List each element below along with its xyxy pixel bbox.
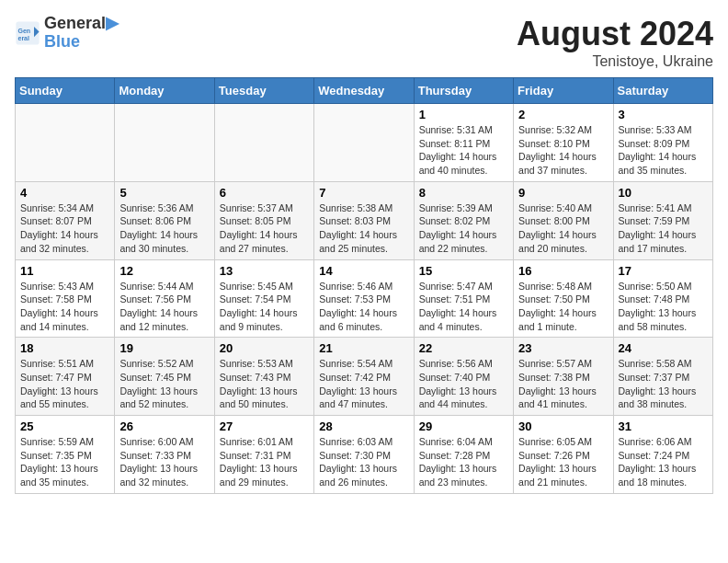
day-info: Sunrise: 5:34 AM Sunset: 8:07 PM Dayligh…: [20, 201, 109, 256]
day-info: Sunrise: 6:01 AM Sunset: 7:31 PM Dayligh…: [220, 435, 309, 489]
day-info: Sunrise: 5:57 AM Sunset: 7:38 PM Dayligh…: [518, 357, 608, 411]
day-number: 30: [518, 419, 608, 433]
day-number: 5: [119, 186, 209, 200]
day-cell: 15Sunrise: 5:47 AM Sunset: 7:51 PM Dayli…: [414, 259, 513, 338]
day-info: Sunrise: 5:46 AM Sunset: 7:53 PM Dayligh…: [319, 280, 408, 334]
day-cell: [16, 104, 115, 182]
day-number: 11: [20, 264, 109, 278]
day-cell: 25Sunrise: 5:59 AM Sunset: 7:35 PM Dayli…: [16, 416, 115, 494]
day-info: Sunrise: 6:05 AM Sunset: 7:26 PM Dayligh…: [518, 435, 608, 489]
week-row-3: 11Sunrise: 5:43 AM Sunset: 7:58 PM Dayli…: [16, 259, 713, 338]
header-tuesday: Tuesday: [214, 78, 313, 104]
day-cell: 9Sunrise: 5:40 AM Sunset: 8:00 PM Daylig…: [514, 181, 613, 259]
header-friday: Friday: [514, 78, 613, 104]
day-info: Sunrise: 5:39 AM Sunset: 8:02 PM Dayligh…: [419, 201, 508, 256]
day-cell: 28Sunrise: 6:03 AM Sunset: 7:30 PM Dayli…: [314, 416, 414, 494]
day-cell: 10Sunrise: 5:41 AM Sunset: 7:59 PM Dayli…: [613, 181, 712, 259]
day-info: Sunrise: 6:06 AM Sunset: 7:24 PM Dayligh…: [619, 435, 708, 489]
day-info: Sunrise: 5:47 AM Sunset: 7:51 PM Dayligh…: [419, 280, 508, 334]
day-number: 6: [220, 186, 309, 200]
day-info: Sunrise: 5:36 AM Sunset: 8:06 PM Dayligh…: [119, 201, 209, 256]
day-number: 16: [518, 264, 608, 278]
day-info: Sunrise: 5:51 AM Sunset: 7:47 PM Dayligh…: [20, 357, 109, 411]
day-info: Sunrise: 5:41 AM Sunset: 7:59 PM Dayligh…: [619, 201, 708, 256]
day-info: Sunrise: 5:45 AM Sunset: 7:54 PM Dayligh…: [220, 280, 309, 334]
header-saturday: Saturday: [613, 78, 712, 104]
week-row-4: 18Sunrise: 5:51 AM Sunset: 7:47 PM Dayli…: [16, 338, 713, 416]
day-number: 14: [319, 264, 408, 278]
day-info: Sunrise: 5:48 AM Sunset: 7:50 PM Dayligh…: [518, 280, 608, 334]
day-number: 23: [518, 341, 608, 355]
day-cell: 6Sunrise: 5:37 AM Sunset: 8:05 PM Daylig…: [214, 181, 313, 259]
day-number: 22: [419, 341, 508, 355]
svg-text:Gen: Gen: [18, 28, 31, 34]
day-number: 9: [518, 186, 608, 200]
day-cell: 29Sunrise: 6:04 AM Sunset: 7:28 PM Dayli…: [414, 416, 513, 494]
day-cell: 3Sunrise: 5:33 AM Sunset: 8:09 PM Daylig…: [613, 104, 712, 182]
day-cell: 4Sunrise: 5:34 AM Sunset: 8:07 PM Daylig…: [16, 181, 115, 259]
day-cell: 1Sunrise: 5:31 AM Sunset: 8:11 PM Daylig…: [414, 104, 513, 182]
day-cell: 8Sunrise: 5:39 AM Sunset: 8:02 PM Daylig…: [414, 181, 513, 259]
day-number: 31: [619, 419, 708, 433]
week-row-2: 4Sunrise: 5:34 AM Sunset: 8:07 PM Daylig…: [16, 181, 713, 259]
day-number: 1: [419, 108, 508, 121]
day-number: 4: [20, 186, 109, 200]
calendar-subtitle: Tenistoye, Ukraine: [517, 53, 713, 70]
day-number: 17: [619, 264, 708, 278]
day-cell: 13Sunrise: 5:45 AM Sunset: 7:54 PM Dayli…: [214, 259, 313, 338]
day-number: 2: [518, 108, 608, 121]
day-info: Sunrise: 5:31 AM Sunset: 8:11 PM Dayligh…: [419, 123, 508, 178]
day-info: Sunrise: 5:54 AM Sunset: 7:42 PM Dayligh…: [319, 357, 408, 411]
day-info: Sunrise: 5:38 AM Sunset: 8:03 PM Dayligh…: [319, 201, 408, 256]
day-cell: 20Sunrise: 5:53 AM Sunset: 7:43 PM Dayli…: [214, 338, 313, 416]
day-number: 13: [220, 264, 309, 278]
day-info: Sunrise: 5:59 AM Sunset: 7:35 PM Dayligh…: [20, 435, 109, 489]
day-cell: 24Sunrise: 5:58 AM Sunset: 7:37 PM Dayli…: [613, 338, 712, 416]
day-cell: 26Sunrise: 6:00 AM Sunset: 7:33 PM Dayli…: [115, 416, 214, 494]
day-number: 8: [419, 186, 508, 200]
day-cell: [214, 104, 313, 182]
day-number: 21: [319, 341, 408, 355]
day-number: 7: [319, 186, 408, 200]
day-info: Sunrise: 5:37 AM Sunset: 8:05 PM Dayligh…: [220, 201, 309, 256]
day-info: Sunrise: 6:04 AM Sunset: 7:28 PM Dayligh…: [419, 435, 508, 489]
calendar-title: August 2024: [517, 15, 713, 53]
day-info: Sunrise: 5:43 AM Sunset: 7:58 PM Dayligh…: [20, 280, 109, 334]
day-cell: 31Sunrise: 6:06 AM Sunset: 7:24 PM Dayli…: [613, 416, 712, 494]
day-cell: [314, 104, 414, 182]
day-info: Sunrise: 5:40 AM Sunset: 8:00 PM Dayligh…: [518, 201, 608, 256]
day-number: 28: [319, 419, 408, 433]
day-number: 25: [20, 419, 109, 433]
day-number: 20: [220, 341, 309, 355]
header-wednesday: Wednesday: [314, 78, 414, 104]
day-number: 24: [619, 341, 708, 355]
day-number: 19: [119, 341, 209, 355]
week-row-5: 25Sunrise: 5:59 AM Sunset: 7:35 PM Dayli…: [16, 416, 713, 494]
day-info: Sunrise: 5:50 AM Sunset: 7:48 PM Dayligh…: [619, 280, 708, 334]
header-monday: Monday: [115, 78, 214, 104]
day-info: Sunrise: 6:00 AM Sunset: 7:33 PM Dayligh…: [119, 435, 209, 489]
header-thursday: Thursday: [414, 78, 513, 104]
day-cell: 18Sunrise: 5:51 AM Sunset: 7:47 PM Dayli…: [16, 338, 115, 416]
day-number: 18: [20, 341, 109, 355]
header-sunday: Sunday: [16, 78, 115, 104]
day-info: Sunrise: 5:56 AM Sunset: 7:40 PM Dayligh…: [419, 357, 508, 411]
day-cell: 16Sunrise: 5:48 AM Sunset: 7:50 PM Dayli…: [514, 259, 613, 338]
day-info: Sunrise: 5:44 AM Sunset: 7:56 PM Dayligh…: [119, 280, 209, 334]
week-row-1: 1Sunrise: 5:31 AM Sunset: 8:11 PM Daylig…: [16, 104, 713, 182]
day-cell: 5Sunrise: 5:36 AM Sunset: 8:06 PM Daylig…: [115, 181, 214, 259]
title-block: August 2024 Tenistoye, Ukraine: [517, 15, 713, 70]
day-number: 15: [419, 264, 508, 278]
day-cell: 30Sunrise: 6:05 AM Sunset: 7:26 PM Dayli…: [514, 416, 613, 494]
calendar-header-row: SundayMondayTuesdayWednesdayThursdayFrid…: [16, 78, 713, 104]
day-cell: 11Sunrise: 5:43 AM Sunset: 7:58 PM Dayli…: [16, 259, 115, 338]
day-cell: 14Sunrise: 5:46 AM Sunset: 7:53 PM Dayli…: [314, 259, 414, 338]
day-number: 26: [119, 419, 209, 433]
day-number: 12: [119, 264, 209, 278]
calendar-table: SundayMondayTuesdayWednesdayThursdayFrid…: [15, 77, 713, 494]
day-number: 3: [619, 108, 708, 121]
svg-text:eral: eral: [18, 35, 30, 41]
day-info: Sunrise: 5:52 AM Sunset: 7:45 PM Dayligh…: [119, 357, 209, 411]
day-cell: 7Sunrise: 5:38 AM Sunset: 8:03 PM Daylig…: [314, 181, 414, 259]
day-number: 10: [619, 186, 708, 200]
